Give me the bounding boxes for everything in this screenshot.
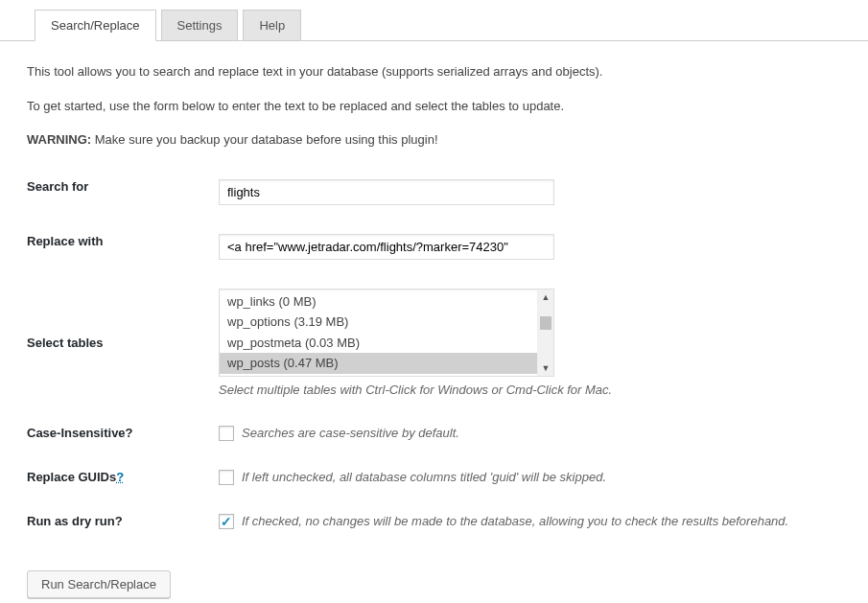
table-option[interactable]: wp_links (0 MB) [220,291,537,313]
replace-with-input[interactable] [219,234,554,260]
replace-guids-checkbox[interactable] [219,470,234,485]
warning-text: Make sure you backup your database befor… [91,132,437,147]
table-option[interactable]: wp_options (3.19 MB) [220,312,537,333]
scroll-track[interactable] [538,305,553,360]
select-tables-help: Select multiple tables with Ctrl-Click f… [219,383,832,397]
warning-label: WARNING: [27,132,91,147]
case-insensitive-help: Searches are case-sensitive by default. [242,426,459,440]
select-tables-label: Select tables [27,274,219,411]
tabs: Search/Replace Settings Help [0,0,868,41]
tab-settings[interactable]: Settings [161,10,239,40]
intro-warning: WARNING: Make sure you backup your datab… [27,130,841,150]
case-insensitive-checkbox[interactable] [219,426,234,441]
tab-help[interactable]: Help [243,10,301,40]
content: This tool allows you to search and repla… [0,41,868,603]
tab-search-replace[interactable]: Search/Replace [35,10,156,41]
replace-guids-help-link[interactable]: ? [116,470,124,484]
dry-run-label: Run as dry run? [27,499,219,544]
intro: This tool allows you to search and repla… [27,62,841,150]
search-for-label: Search for [27,165,219,220]
scroll-thumb[interactable] [540,316,551,330]
form-table: Search for Replace with Select tables wp… [27,165,841,544]
replace-guids-label: Replace GUIDs? [27,455,219,499]
scroll-up-icon[interactable]: ▲ [538,290,553,305]
intro-line1: This tool allows you to search and repla… [27,62,841,81]
table-option[interactable]: wp_postmeta (0.03 MB) [220,333,537,354]
intro-line2: To get started, use the form below to en… [27,97,841,116]
scrollbar[interactable]: ▲ ▼ [537,290,553,376]
submit-wrap: Run Search/Replace [27,570,841,598]
run-search-replace-button[interactable]: Run Search/Replace [27,570,171,598]
scroll-down-icon[interactable]: ▼ [538,360,553,376]
replace-guids-help: If left unchecked, all database columns … [242,470,606,484]
select-tables[interactable]: wp_links (0 MB) wp_options (3.19 MB) wp_… [219,289,554,377]
search-for-input[interactable] [219,179,554,205]
case-insensitive-label: Case-Insensitive? [27,411,219,455]
dry-run-checkbox[interactable] [219,514,234,529]
replace-with-label: Replace with [27,220,219,274]
dry-run-help: If checked, no changes will be made to t… [242,514,788,528]
select-list: wp_links (0 MB) wp_options (3.19 MB) wp_… [220,290,537,376]
table-option[interactable]: wp_posts (0.47 MB) [220,353,537,374]
